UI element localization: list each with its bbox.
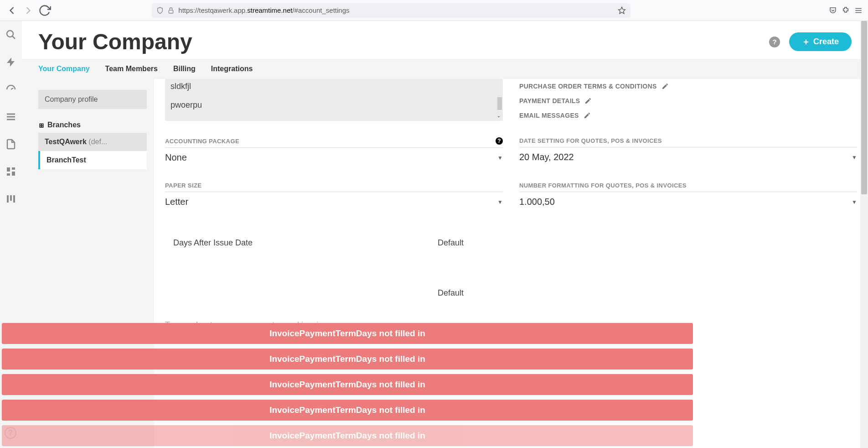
back-button[interactable]	[5, 4, 18, 17]
error-toast[interactable]: InvoicePaymentTermDays not filled in	[2, 400, 693, 421]
create-button[interactable]: Create	[789, 32, 852, 51]
chevron-down-icon: ▼	[852, 199, 857, 205]
field-value: Letter	[165, 197, 188, 207]
page-title: Your Company	[38, 29, 192, 54]
svg-rect-15	[10, 195, 12, 201]
edit-link-label: EMAIL MESSAGES	[519, 112, 579, 119]
pencil-icon	[661, 83, 669, 90]
notes-textarea-wrap: sldkfjl pwoerpu	[165, 79, 503, 121]
error-toast[interactable]: InvoicePaymentTermDays not filled in	[2, 374, 693, 395]
svg-rect-0	[169, 10, 173, 13]
branch-name: TestQAwerk	[45, 138, 87, 146]
field-label: DATE SETTING FOR QUOTES, POS & INVOICES	[519, 137, 662, 144]
tab-team-members[interactable]: Team Members	[105, 65, 158, 73]
svg-marker-1	[619, 7, 625, 13]
svg-rect-11	[12, 167, 15, 170]
field-value: None	[165, 152, 187, 163]
svg-line-6	[12, 36, 15, 39]
edit-link-label: PURCHASE ORDER TERMS & CONDITIONS	[519, 83, 657, 90]
shield-icon	[156, 7, 164, 14]
app-scrollbar[interactable]	[860, 21, 868, 448]
extensions-icon[interactable]	[842, 6, 850, 15]
tabs: Your Company Team Members Billing Integr…	[22, 59, 868, 79]
obscured-area: Days After Issue Date Default Default Ta…	[165, 216, 857, 335]
date-setting-field[interactable]: DATE SETTING FOR QUOTES, POS & INVOICES …	[519, 137, 857, 166]
field-label: NUMBER FORMATTING FOR QUOTES, POS & INVO…	[519, 182, 687, 189]
edit-payment-details[interactable]: PAYMENT DETAILS	[519, 97, 857, 104]
star-icon[interactable]	[618, 6, 626, 15]
url-bar[interactable]: https://testqawerk.app.streamtime.net/#a…	[152, 3, 630, 18]
svg-rect-10	[7, 167, 10, 172]
chevron-down-icon[interactable]	[496, 114, 502, 120]
chevron-down-icon: ▼	[497, 199, 503, 205]
field-label: PAPER SIZE	[165, 182, 202, 189]
gauge-icon[interactable]	[5, 84, 16, 95]
chevron-down-icon: ▼	[852, 154, 857, 161]
url-text: https://testqawerk.app.streamtime.net/#a…	[178, 6, 614, 14]
toast-stack: InvoicePaymentTermDays not filled in Inv…	[2, 323, 693, 446]
reload-button[interactable]	[38, 4, 51, 17]
building-icon	[38, 122, 45, 128]
list-icon[interactable]	[5, 111, 16, 122]
edit-email-messages[interactable]: EMAIL MESSAGES	[519, 112, 857, 119]
create-label: Create	[813, 37, 839, 47]
textarea-scrollbar-thumb[interactable]	[497, 97, 502, 110]
branches-header: Branches	[38, 121, 147, 129]
notes-line: pwoerpu	[170, 100, 497, 110]
branch-suffix: (def...	[87, 138, 107, 146]
field-value: 20 May, 2022	[519, 152, 574, 162]
days-after-partial: Days After Issue Date	[173, 238, 253, 248]
default-partial-2: Default	[438, 288, 464, 298]
page-header: Your Company ? Create	[22, 21, 868, 59]
menu-icon[interactable]	[854, 6, 863, 15]
edit-link-label: PAYMENT DETAILS	[519, 97, 580, 104]
notes-textarea[interactable]: sldkfjl pwoerpu	[165, 79, 503, 121]
tab-your-company[interactable]: Your Company	[38, 65, 90, 73]
svg-rect-13	[7, 173, 10, 176]
svg-rect-22	[40, 126, 41, 127]
pencil-icon	[584, 97, 592, 104]
notes-line: sldkfjl	[170, 82, 497, 91]
forward-button[interactable]	[22, 4, 35, 17]
edit-links: PURCHASE ORDER TERMS & CONDITIONS PAYMEN…	[519, 79, 857, 121]
pocket-icon[interactable]	[829, 6, 837, 15]
grid-icon[interactable]	[5, 166, 16, 177]
field-label: ACCOUNTING PACKAGE	[165, 138, 239, 145]
browser-toolbar: https://testqawerk.app.streamtime.net/#a…	[0, 0, 868, 21]
svg-rect-20	[40, 124, 41, 125]
default-partial: Default	[438, 238, 464, 248]
branches-header-label: Branches	[47, 121, 81, 129]
branch-name: BranchTest	[46, 156, 86, 164]
svg-point-5	[7, 31, 13, 37]
app-scrollbar-thumb[interactable]	[861, 21, 867, 194]
lock-icon	[167, 7, 175, 14]
svg-rect-14	[7, 195, 9, 203]
svg-rect-12	[12, 172, 15, 176]
paper-size-field[interactable]: PAPER SIZE Letter ▼	[165, 182, 503, 210]
help-dot-icon[interactable]: ?	[496, 137, 503, 145]
svg-rect-23	[42, 126, 43, 127]
chevron-down-icon: ▼	[497, 155, 503, 161]
error-toast[interactable]: InvoicePaymentTermDays not filled in	[2, 425, 693, 446]
error-toast[interactable]: InvoicePaymentTermDays not filled in	[2, 323, 693, 344]
svg-rect-21	[42, 124, 43, 125]
help-icon[interactable]: ?	[769, 36, 780, 47]
pencil-icon	[584, 112, 591, 119]
branch-testqawerk[interactable]: TestQAwerk (def...	[38, 133, 147, 151]
bolt-icon[interactable]	[5, 57, 16, 68]
error-toast[interactable]: InvoicePaymentTermDays not filled in	[2, 349, 693, 370]
tab-integrations[interactable]: Integrations	[211, 65, 253, 73]
sidebar-item-company-profile[interactable]: Company profile	[38, 90, 147, 109]
svg-rect-16	[13, 195, 15, 203]
field-value: 1.000,50	[519, 197, 555, 207]
tab-billing[interactable]: Billing	[173, 65, 196, 73]
columns-icon[interactable]	[5, 193, 16, 204]
svg-rect-19	[39, 124, 43, 128]
edit-po-terms[interactable]: PURCHASE ORDER TERMS & CONDITIONS	[519, 83, 857, 90]
file-icon[interactable]	[5, 139, 16, 150]
branch-branchtest[interactable]: BranchTest	[38, 151, 147, 169]
search-icon[interactable]	[5, 29, 16, 40]
number-formatting-field[interactable]: NUMBER FORMATTING FOR QUOTES, POS & INVO…	[519, 182, 857, 210]
accounting-package-field[interactable]: ACCOUNTING PACKAGE ? None ▼	[165, 137, 503, 166]
plus-icon	[802, 38, 810, 46]
